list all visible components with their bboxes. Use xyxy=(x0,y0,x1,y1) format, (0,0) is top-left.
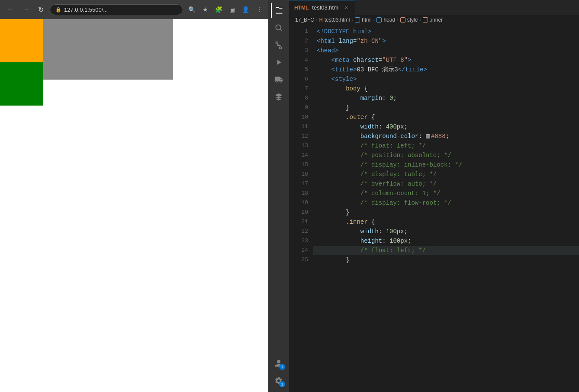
token-punct: = xyxy=(353,36,357,46)
line-number: 6 xyxy=(298,74,308,84)
breadcrumb-folder[interactable]: 17_BFC xyxy=(295,17,314,23)
browser-pane: ← → ↻ 🔒 127.0.0.1:5500/... 🔍 ★ 🧩 ▣ 👤 ⋮ xyxy=(0,0,268,392)
back-button[interactable]: ← xyxy=(4,4,16,15)
line-number: 16 xyxy=(298,170,308,179)
token-tag: > xyxy=(408,55,411,65)
token-tag: > xyxy=(382,36,386,46)
breadcrumb-folder-label: 17_BFC xyxy=(295,17,314,23)
line-number: 8 xyxy=(298,93,308,103)
token-comment: /* float: left; */ xyxy=(317,246,426,255)
address-bar[interactable]: 🔒 127.0.0.1:5500/... xyxy=(50,4,183,15)
activity-remote[interactable] xyxy=(271,89,286,105)
forward-button[interactable]: → xyxy=(20,4,32,15)
breadcrumb-html-tag[interactable]: html xyxy=(355,17,372,23)
token-text xyxy=(317,74,331,84)
token-tag: </title> xyxy=(398,65,427,74)
token-comment: /* display: table; */ xyxy=(317,170,437,179)
breadcrumb-sep-3: › xyxy=(373,17,375,22)
breadcrumb-style-icon xyxy=(400,17,405,22)
code-line: /* display: flow-root; */ xyxy=(313,198,579,208)
token-property: background-color xyxy=(360,132,418,141)
line-number: 14 xyxy=(298,151,308,160)
token-property: width xyxy=(360,227,379,236)
code-line: <meta charset="UTF-8"> xyxy=(313,55,579,65)
activity-extensions[interactable] xyxy=(271,72,286,87)
code-lines[interactable]: <!DOCTYPE html><html lang="zh-CN"><head>… xyxy=(313,25,579,392)
code-line: body { xyxy=(313,84,579,93)
code-line: /* column-count: 1; */ xyxy=(313,189,579,198)
activity-accounts[interactable]: 1 xyxy=(271,356,286,371)
extensions-button[interactable]: 🧩 xyxy=(213,4,224,15)
code-line: /* overflow: auto; */ xyxy=(313,179,579,189)
token-punct: : xyxy=(382,93,389,103)
breadcrumb-style-tag[interactable]: style xyxy=(400,17,418,23)
zoom-button[interactable]: 🔍 xyxy=(187,4,197,15)
token-text: } xyxy=(317,208,350,217)
token-tag: <style> xyxy=(331,74,357,84)
activity-run[interactable] xyxy=(271,55,286,70)
breadcrumb-file-label: test03.html xyxy=(325,17,350,23)
token-comment: /* column-count: 1; */ xyxy=(317,189,441,198)
tab-close-button[interactable]: × xyxy=(343,4,350,12)
tab-test03[interactable]: HTML test03.html × xyxy=(289,0,355,15)
token-doctype: <!DOCTYPE html> xyxy=(317,27,371,36)
breadcrumb-head-tag[interactable]: head xyxy=(376,17,395,23)
split-button[interactable]: ▣ xyxy=(228,4,237,15)
token-punct: ; xyxy=(404,227,408,236)
code-line: <title>03_BFC_演示3</title> xyxy=(313,65,579,74)
line-number: 9 xyxy=(298,103,308,112)
token-text: { xyxy=(368,217,375,227)
code-line: <head> xyxy=(313,46,579,55)
line-number: 25 xyxy=(298,255,308,265)
tab-html-icon: HTML xyxy=(294,5,309,11)
code-line: /* display: inline-block; */ xyxy=(313,160,579,170)
breadcrumb-head-box-icon xyxy=(376,17,382,22)
code-line: height: 100px; xyxy=(313,236,579,246)
breadcrumb-html-box-icon xyxy=(355,17,360,22)
code-line: background-color: #888; xyxy=(313,132,579,141)
token-punct: : xyxy=(379,227,386,236)
token-value-num: 0 xyxy=(389,93,393,103)
svg-line-1 xyxy=(280,29,283,32)
code-editor[interactable]: 1234567891011121314151617181920212223242… xyxy=(289,25,579,392)
token-tag: <head> xyxy=(317,46,338,55)
token-text xyxy=(317,93,360,103)
lock-icon: 🔒 xyxy=(55,7,61,13)
code-line: /* float: left; */ xyxy=(313,141,579,151)
code-line: /* display: table; */ xyxy=(313,170,579,179)
token-attr-name: charset xyxy=(350,55,379,65)
line-number: 10 xyxy=(298,112,308,122)
code-line: width: 400px; xyxy=(313,122,579,132)
token-selector: body xyxy=(346,84,360,93)
activity-search[interactable] xyxy=(271,20,286,35)
browser-toolbar: ← → ↻ 🔒 127.0.0.1:5500/... 🔍 ★ 🧩 ▣ 👤 ⋮ xyxy=(0,0,268,19)
editor-container: HTML test03.html × 17_BFC › H test03.htm… xyxy=(289,0,579,392)
address-text: 127.0.0.1:5500/... xyxy=(64,6,108,13)
code-line: <html lang="zh-CN"> xyxy=(313,36,579,46)
bookmark-button[interactable]: ★ xyxy=(201,4,210,15)
menu-button[interactable]: ⋮ xyxy=(254,4,264,15)
token-comment: /* display: inline-block; */ xyxy=(317,160,462,170)
breadcrumb-html-label: html xyxy=(362,17,372,23)
breadcrumb-inner-class[interactable]: .inner xyxy=(423,17,443,23)
accounts-badge: 1 xyxy=(279,364,285,370)
activity-settings[interactable]: 1 xyxy=(271,373,286,389)
refresh-button[interactable]: ↻ xyxy=(35,4,46,16)
activity-source-control[interactable] xyxy=(271,37,286,53)
line-number: 12 xyxy=(298,132,308,141)
token-text xyxy=(317,122,360,132)
line-number: 19 xyxy=(298,198,308,208)
line-number: 7 xyxy=(298,84,308,93)
token-text xyxy=(317,227,360,236)
breadcrumb-file[interactable]: H test03.html xyxy=(319,17,350,23)
line-number: 5 xyxy=(298,65,308,74)
activity-files[interactable] xyxy=(271,3,286,18)
profile-button[interactable]: 👤 xyxy=(240,4,251,15)
token-value-num: 100px xyxy=(389,236,408,246)
token-property: margin xyxy=(360,93,382,103)
token-comment: /* float: left; */ xyxy=(317,141,426,151)
line-number: 13 xyxy=(298,141,308,151)
code-line: } xyxy=(313,208,579,217)
token-comment: /* display: flow-root; */ xyxy=(317,198,451,208)
outer-box xyxy=(0,19,173,80)
